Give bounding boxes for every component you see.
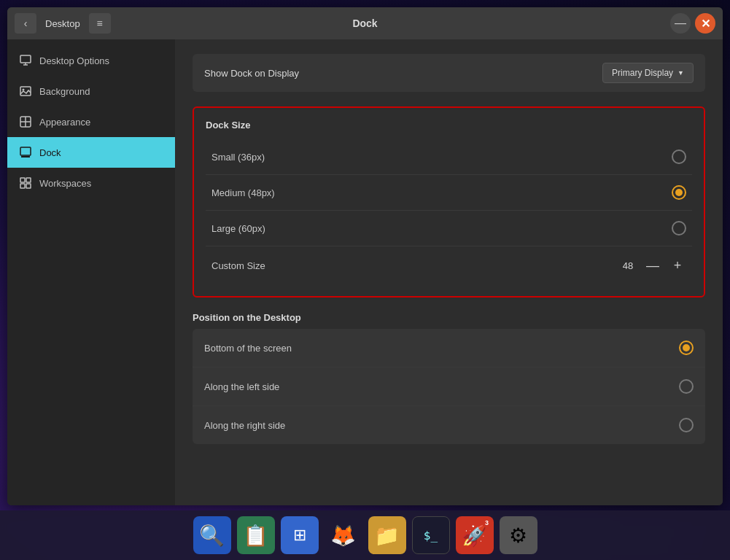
custom-size-value: 48	[619, 260, 637, 271]
title-bar-right: — ✕	[670, 13, 715, 34]
position-right-row: Along the right side	[193, 406, 705, 444]
position-bottom-radio[interactable]	[679, 341, 694, 355]
svg-rect-9	[21, 156, 30, 158]
sidebar-item-background[interactable]: Background	[7, 76, 175, 106]
position-right-radio[interactable]	[679, 418, 694, 432]
display-dropdown[interactable]: Primary Display	[602, 63, 694, 83]
taskbar-rocket[interactable]: 🚀 3	[456, 516, 494, 554]
size-small-radio[interactable]	[672, 149, 686, 164]
main-window: ‹ Desktop ≡ Dock — ✕ Desktop Options	[7, 7, 723, 505]
position-bottom-label: Bottom of the screen	[204, 343, 292, 354]
rocket-badge: 3	[482, 518, 492, 528]
size-increase-button[interactable]: +	[669, 257, 686, 274]
taskbar-firefox[interactable]: 🦊	[325, 516, 362, 554]
svg-rect-10	[20, 178, 25, 182]
position-bottom-row: Bottom of the screen	[193, 329, 705, 368]
firefox-icon: 🦊	[330, 524, 356, 548]
position-left-radio[interactable]	[679, 379, 694, 394]
monitor-icon	[19, 54, 32, 67]
position-title: Position on the Desktop	[193, 312, 705, 323]
sidebar-label-workspaces: Workspaces	[39, 178, 91, 189]
palette-icon	[19, 115, 32, 128]
settings-panel: Show Dock on Display Primary Display Doc…	[175, 39, 723, 505]
sidebar-label-background: Background	[39, 86, 90, 97]
svg-point-4	[23, 89, 25, 91]
title-bar-left: ‹ Desktop ≡	[15, 13, 111, 34]
size-large-radio[interactable]	[672, 221, 686, 236]
custom-size-row: Custom Size 48 — +	[206, 246, 692, 284]
sidebar-item-workspaces[interactable]: Workspaces	[7, 168, 175, 198]
svg-rect-11	[26, 178, 31, 182]
size-medium-row: Medium (48px)	[206, 175, 692, 211]
size-small-row: Small (36px)	[206, 139, 692, 175]
dock-icon	[19, 146, 32, 159]
taskbar-settings[interactable]: ⚙	[500, 516, 537, 554]
grid-icon: ⊞	[293, 526, 306, 545]
sidebar-label-appearance: Appearance	[39, 117, 90, 128]
menu-button[interactable]: ≡	[89, 13, 111, 34]
position-options: Bottom of the screen Along the left side…	[193, 329, 705, 444]
terminal-icon: $_	[424, 529, 438, 542]
size-medium-radio[interactable]	[672, 185, 686, 200]
size-small-label: Small (36px)	[211, 152, 265, 163]
minimize-button[interactable]: —	[670, 13, 691, 34]
sidebar-label-dock: Dock	[39, 147, 61, 158]
show-dock-row: Show Dock on Display Primary Display	[193, 54, 705, 92]
svg-rect-12	[20, 184, 25, 188]
size-medium-label: Medium (48px)	[211, 187, 275, 198]
svg-rect-8	[20, 147, 31, 155]
sidebar-item-dock[interactable]: Dock	[7, 137, 175, 168]
position-right-label: Along the right side	[204, 420, 285, 431]
position-section: Position on the Desktop Bottom of the sc…	[193, 312, 705, 444]
taskbar-filemanager[interactable]: 📁	[368, 516, 406, 554]
svg-rect-0	[20, 55, 31, 63]
close-button[interactable]: ✕	[695, 13, 715, 34]
workspaces-icon	[19, 176, 32, 190]
size-large-label: Large (60px)	[211, 223, 265, 234]
custom-size-controls: 48 — +	[619, 257, 686, 274]
back-button[interactable]: ‹	[15, 13, 36, 34]
size-large-row: Large (60px)	[206, 211, 692, 246]
sidebar-item-desktop-options[interactable]: Desktop Options	[7, 45, 175, 76]
sidebar-item-appearance[interactable]: Appearance	[7, 106, 175, 137]
dock-size-title: Dock Size	[206, 120, 692, 131]
main-content: Desktop Options Background	[7, 39, 723, 505]
position-left-row: Along the left side	[193, 368, 705, 406]
taskbar: 🔍 📋 ⊞ 🦊 📁 $_ 🚀 3 ⚙	[0, 510, 730, 560]
sidebar: Desktop Options Background	[7, 39, 175, 505]
image-icon	[19, 85, 32, 98]
taskbar-terminal[interactable]: $_	[412, 516, 450, 554]
taskbar-magnifier[interactable]: 🔍	[193, 516, 231, 554]
custom-size-label: Custom Size	[211, 260, 265, 271]
position-left-label: Along the left side	[204, 381, 279, 392]
taskbar-files[interactable]: 📋	[237, 516, 275, 554]
size-decrease-button[interactable]: —	[644, 257, 661, 274]
title-bar: ‹ Desktop ≡ Dock — ✕	[7, 7, 723, 39]
filemanager-icon: 📁	[374, 524, 400, 548]
taskbar-grid[interactable]: ⊞	[281, 516, 319, 554]
files-icon: 📋	[243, 524, 268, 548]
settings-icon: ⚙	[509, 524, 527, 548]
sidebar-label-desktop-options: Desktop Options	[39, 55, 109, 66]
window-title: Desktop	[45, 18, 80, 29]
show-dock-label: Show Dock on Display	[204, 68, 299, 79]
panel-title: Dock	[352, 18, 377, 29]
svg-rect-13	[26, 184, 31, 188]
magnifier-icon: 🔍	[199, 524, 225, 548]
dock-size-section: Dock Size Small (36px) Medium (48px) Lar…	[193, 106, 705, 298]
